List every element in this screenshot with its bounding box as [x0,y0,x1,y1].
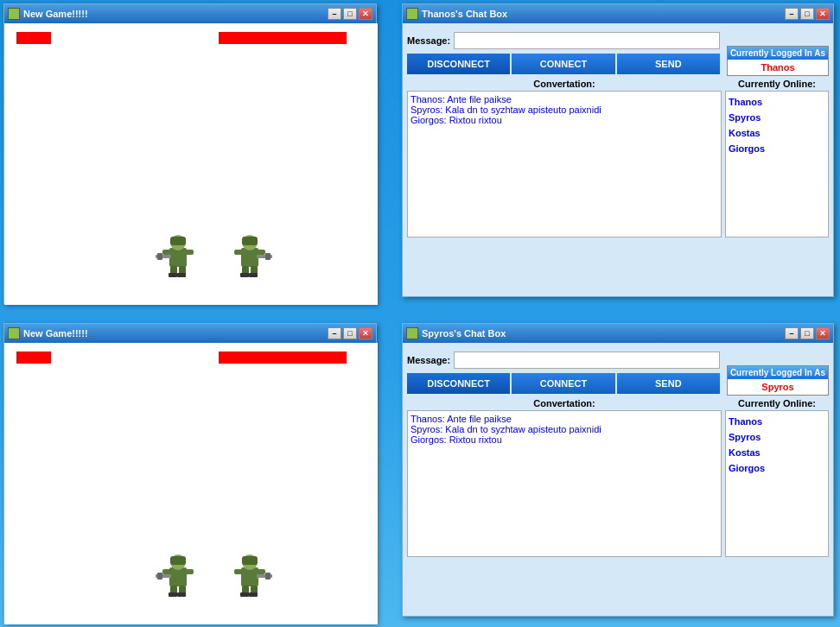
disconnect-btn-1[interactable]: DISCONNECT [407,54,510,74]
svg-rect-24 [170,556,186,565]
conversation-text-2[interactable]: Thanos: Ante file paikse Spyros: Kala dn… [407,410,722,557]
connect-btn-1[interactable]: CONNECT [512,54,614,74]
title-icon-game1 [8,8,20,20]
online-user-2-2: Spyros [729,429,825,445]
titlebar-game2[interactable]: New Game!!!!! – □ ✕ [4,324,376,343]
online-list-2[interactable]: Thanos Spyros Kostas Giorgos [725,410,829,557]
minimize-btn-chat2[interactable]: – [785,327,799,339]
svg-rect-10 [185,250,194,255]
svg-rect-15 [265,253,270,260]
minimize-btn-game1[interactable]: – [328,8,341,20]
soldier-right-1 [227,231,272,281]
msg-line-1-1: Thanos: Ante file paikse [410,94,718,104]
online-user-1-3: Kostas [729,125,825,141]
chat-window-spyros: Spyros's Chat Box – □ ✕ Currently Logged… [402,323,834,617]
titlebar-game1[interactable]: New Game!!!!! – □ ✕ [4,4,376,23]
conversation-label-1: Convertation: [407,79,722,89]
svg-rect-18 [240,273,249,277]
logged-name-1: Thanos [728,60,828,75]
logged-header-2: Currently Logged In As [728,366,828,379]
online-user-1-4: Giorgos [729,141,825,156]
titlebar-chat1[interactable]: Thanos's Chat Box – □ ✕ [403,4,833,23]
message-label-1: Message: [407,35,450,46]
svg-rect-32 [185,569,194,574]
logged-header-1: Currently Logged In As [728,47,828,60]
maximize-btn-game2[interactable]: □ [343,327,357,339]
chat-body-2: Currently Logged In As Spyros Message: D… [403,343,833,561]
online-label-1: Currently Online: [725,79,829,89]
game-content-1 [4,23,378,305]
close-btn-chat2[interactable]: ✕ [816,327,830,339]
title-icon-game2 [8,327,20,339]
message-input-2[interactable] [454,352,720,369]
online-user-1-1: Thanos [729,94,825,110]
logged-in-panel-2: Currently Logged In As Spyros [727,365,829,399]
send-btn-1[interactable]: SEND [617,54,720,74]
online-user-2-4: Giorgos [729,460,825,476]
logged-box-2: Currently Logged In As Spyros [727,365,829,396]
svg-rect-41 [249,592,258,597]
svg-rect-11 [241,248,258,267]
svg-rect-35 [242,556,258,565]
svg-rect-42 [234,569,243,574]
maximize-btn-chat1[interactable]: □ [800,8,814,20]
online-user-2-3: Kostas [729,445,825,460]
game-content-2 [4,343,378,624]
soldier-left-2 [156,550,200,600]
chat-window-thanos: Thanos's Chat Box – □ ✕ Currently Logged… [402,3,834,297]
message-label-2: Message: [407,355,450,365]
svg-rect-19 [249,273,258,277]
online-label-2: Currently Online: [725,398,829,408]
close-btn-game2[interactable]: ✕ [359,327,372,339]
disconnect-btn-2[interactable]: DISCONNECT [407,373,510,394]
logged-in-panel-1: Currently Logged In As Thanos [727,46,829,79]
svg-rect-21 [257,250,265,255]
message-input-1[interactable] [454,32,720,49]
svg-rect-9 [162,250,171,255]
health-bar-2b [219,352,347,364]
send-btn-2[interactable]: SEND [617,373,720,394]
svg-rect-37 [265,573,270,580]
game-window-1: New Game!!!!! – □ ✕ [3,3,377,304]
svg-rect-33 [241,567,258,586]
conversation-panel-2: Convertation: Thanos: Ante file paikse S… [407,398,722,557]
soldier-right-2 [227,550,272,600]
title-icon-chat1 [406,8,418,20]
minimize-btn-game2[interactable]: – [328,327,341,339]
svg-rect-0 [169,248,187,267]
svg-rect-13 [242,237,258,245]
maximize-btn-chat2[interactable]: □ [800,327,814,339]
title-text-game2: New Game!!!!! [23,328,328,339]
close-btn-chat1[interactable]: ✕ [816,8,830,20]
msg-line-2-2: Spyros: Kala dn to syzhtaw apisteuto pai… [410,424,718,434]
online-panel-1: Currently Online: Thanos Spyros Kostas G… [725,79,829,238]
health-bar-1a [16,32,51,44]
svg-rect-2 [170,237,186,245]
svg-rect-31 [162,569,171,574]
svg-rect-30 [177,592,186,597]
soldier-left-1 [156,231,200,281]
msg-line-2-3: Giorgos: Rixtou rixtou [410,434,718,445]
maximize-btn-game1[interactable]: □ [343,8,357,20]
titlebar-chat2[interactable]: Spyros's Chat Box – □ ✕ [403,324,833,343]
conversation-panel-1: Convertation: Thanos: Ante file paikse S… [407,79,722,238]
minimize-btn-chat1[interactable]: – [785,8,799,20]
msg-line-1-3: Giorgos: Rixtou rixtou [410,115,718,125]
msg-line-2-1: Thanos: Ante file paikse [410,414,718,424]
close-btn-game1[interactable]: ✕ [359,8,372,20]
online-panel-2: Currently Online: Thanos Spyros Kostas G… [725,398,829,557]
online-list-1[interactable]: Thanos Spyros Kostas Giorgos [725,91,829,238]
connect-btn-2[interactable]: CONNECT [512,373,614,394]
svg-rect-22 [169,567,187,586]
chat-body-1: Currently Logged In As Thanos Message: D… [403,23,833,242]
game-window-2: New Game!!!!! – □ ✕ [3,323,377,624]
logged-name-2: Spyros [728,379,828,395]
conversation-text-1[interactable]: Thanos: Ante file paikse Spyros: Kala dn… [407,91,722,238]
svg-rect-4 [157,253,162,260]
logged-box-1: Currently Logged In As Thanos [727,46,829,76]
title-text-chat1: Thanos's Chat Box [422,9,785,19]
title-icon-chat2 [406,327,418,339]
health-bar-1b [219,32,347,44]
svg-rect-43 [257,569,265,574]
online-user-2-1: Thanos [729,414,825,429]
